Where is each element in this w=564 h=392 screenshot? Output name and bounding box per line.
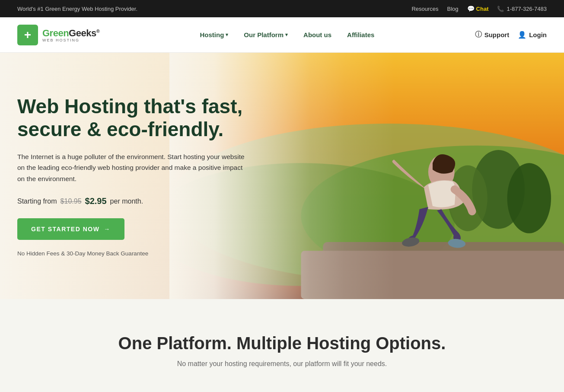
guarantee-text: No Hidden Fees & 30-Day Money Back Guara… <box>17 250 277 257</box>
tagline: World's #1 Green Energy Web Hosting Prov… <box>17 6 137 12</box>
logo-sub: WEB HOSTING <box>42 38 99 42</box>
main-nav: + GreenGeeks® WEB HOSTING Hosting ▾ Our … <box>0 17 564 53</box>
hosting-chevron-icon: ▾ <box>226 32 228 38</box>
login-link[interactable]: 👤 Login <box>518 31 547 39</box>
logo[interactable]: + GreenGeeks® WEB HOSTING <box>17 25 99 45</box>
cta-label: GET STARTED NOW <box>31 226 99 233</box>
logo-icon: + <box>17 25 38 45</box>
price-prefix: Starting from <box>17 198 57 205</box>
hero-title: Web Hosting that's fast, secure & eco-fr… <box>17 95 277 141</box>
cta-arrow-icon: → <box>104 226 111 233</box>
platform-chevron-icon: ▾ <box>285 32 288 38</box>
phone-icon: 📞 <box>497 6 504 12</box>
chat-icon: 💬 <box>467 5 475 12</box>
resources-link[interactable]: Resources <box>411 6 438 12</box>
price-old: $10.95 <box>61 198 82 205</box>
login-icon: 👤 <box>518 31 526 39</box>
nav-hosting[interactable]: Hosting ▾ <box>194 27 235 43</box>
blog-link[interactable]: Blog <box>447 6 459 12</box>
top-bar-links: Resources Blog 💬 Chat 📞 1-877-326-7483 <box>411 5 547 12</box>
platforms-title: One Platform. Multiple Hosting Options. <box>17 334 547 353</box>
platforms-subtitle: No matter your hosting requirements, our… <box>17 360 547 368</box>
support-icon: ⓘ <box>475 30 482 39</box>
hero-content: Web Hosting that's fast, secure & eco-fr… <box>0 69 294 283</box>
platforms-section: One Platform. Multiple Hosting Options. … <box>0 299 564 392</box>
top-bar: World's #1 Green Energy Web Hosting Prov… <box>0 0 564 17</box>
price-per: per month. <box>110 198 143 205</box>
support-link[interactable]: ⓘ Support <box>475 30 510 39</box>
nav-right: ⓘ Support 👤 Login <box>475 30 547 39</box>
chat-link[interactable]: 💬 Chat <box>467 5 489 12</box>
hero-price: Starting from $10.95 $2.95 per month. <box>17 196 277 206</box>
nav-our-platform[interactable]: Our Platform ▾ <box>238 27 294 43</box>
hero-description: The Internet is a huge polluter of the e… <box>17 151 251 185</box>
get-started-button[interactable]: GET STARTED NOW → <box>17 218 124 240</box>
price-new: $2.95 <box>85 196 107 206</box>
phone-number: 📞 1-877-326-7483 <box>497 6 547 12</box>
nav-links: Hosting ▾ Our Platform ▾ About us Affili… <box>194 27 381 43</box>
logo-text: GreenGeeks® WEB HOSTING <box>42 28 99 42</box>
logo-brand: GreenGeeks® <box>42 28 99 39</box>
nav-affiliates[interactable]: Affiliates <box>341 27 380 43</box>
nav-about-us[interactable]: About us <box>297 27 338 43</box>
hero-section: Web Hosting that's fast, secure & eco-fr… <box>0 53 564 299</box>
